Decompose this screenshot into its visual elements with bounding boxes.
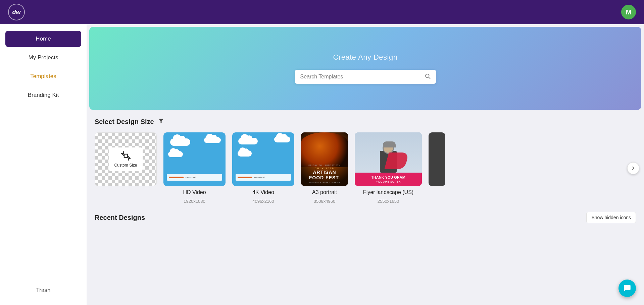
design-card-4k-video[interactable]: contact me! 4K Video 4096x2160 [232, 132, 294, 204]
hero-title: Create Any Design [333, 53, 398, 62]
a3-event-text: FRIDAY TH · SUNDAY 6TH JULY 2019 ARTISAN… [308, 164, 340, 183]
recent-designs-section: Recent Designs Show hidden icons [87, 204, 644, 223]
recent-designs-title: Recent Designs [95, 214, 145, 222]
hero-banner: Create Any Design [89, 27, 641, 110]
show-hidden-button[interactable]: Show hidden icons [586, 212, 636, 223]
design-card-custom-size[interactable]: Custom Size [95, 132, 157, 186]
4k-video-sublabel: 4096x2160 [252, 199, 274, 204]
main-layout: Home My Projects Templates Branding Kit … [0, 24, 644, 305]
flyer-landscape-sublabel: 2550x1650 [378, 199, 399, 204]
hd-video-label: HD Video [183, 189, 206, 195]
search-icon [425, 73, 431, 80]
sidebar: Home My Projects Templates Branding Kit … [0, 24, 87, 305]
design-card-hd-video[interactable]: contact me! HD Video 1920x1080 [163, 132, 226, 204]
hd-video-thumbnail: contact me! [163, 132, 226, 186]
filter-icon[interactable] [158, 118, 164, 126]
section-header: Select Design Size [95, 118, 636, 126]
flyer-landscape-label: Flyer landscape (US) [363, 189, 413, 195]
search-bar[interactable] [295, 70, 436, 84]
next-cards-button[interactable] [627, 162, 639, 174]
design-card-flyer-landscape[interactable]: THANK YOU GRAM YOU ARE SUPER Flyer lands… [355, 132, 422, 204]
sidebar-item-home[interactable]: Home [5, 31, 81, 47]
user-avatar[interactable]: M [621, 5, 636, 19]
design-card-next-partial [429, 132, 445, 186]
custom-size-label: Custom Size [114, 163, 137, 168]
sidebar-item-branding-kit[interactable]: Branding Kit [5, 87, 81, 103]
custom-size-thumbnail: Custom Size [95, 132, 157, 186]
a3-portrait-label: A3 portrait [312, 189, 337, 195]
a3-portrait-thumbnail: FRIDAY TH · SUNDAY 6TH JULY 2019 ARTISAN… [301, 132, 348, 186]
sidebar-item-my-projects[interactable]: My Projects [5, 50, 81, 66]
flyer-top [355, 132, 422, 173]
sidebar-item-trash[interactable]: Trash [5, 282, 81, 298]
design-cards: Custom Size [95, 132, 445, 204]
main-content: Create Any Design Select Design Size [87, 24, 644, 305]
4k-video-label: 4K Video [252, 189, 274, 195]
search-input[interactable] [300, 74, 421, 80]
design-card-a3-portrait[interactable]: FRIDAY TH · SUNDAY 6TH JULY 2019 ARTISAN… [301, 132, 348, 204]
flyer-landscape-thumbnail: THANK YOU GRAM YOU ARE SUPER [355, 132, 422, 186]
svg-marker-2 [159, 119, 163, 123]
design-size-section: Select Design Size [87, 110, 644, 204]
design-cards-wrapper: Custom Size [95, 132, 636, 204]
app-logo[interactable]: dw [8, 4, 25, 20]
flyer-bottom: THANK YOU GRAM YOU ARE SUPER [355, 173, 422, 186]
4k-video-thumbnail: contact me! [232, 132, 294, 186]
svg-line-1 [429, 77, 430, 78]
section-title: Select Design Size [95, 118, 154, 126]
chat-button[interactable] [618, 280, 636, 297]
hd-video-sublabel: 1920x1080 [184, 199, 205, 204]
app-header: dw M [0, 0, 644, 24]
next-card-thumbnail [429, 132, 445, 186]
a3-portrait-sublabel: 3508x4960 [314, 199, 335, 204]
sidebar-item-templates[interactable]: Templates [5, 68, 81, 84]
